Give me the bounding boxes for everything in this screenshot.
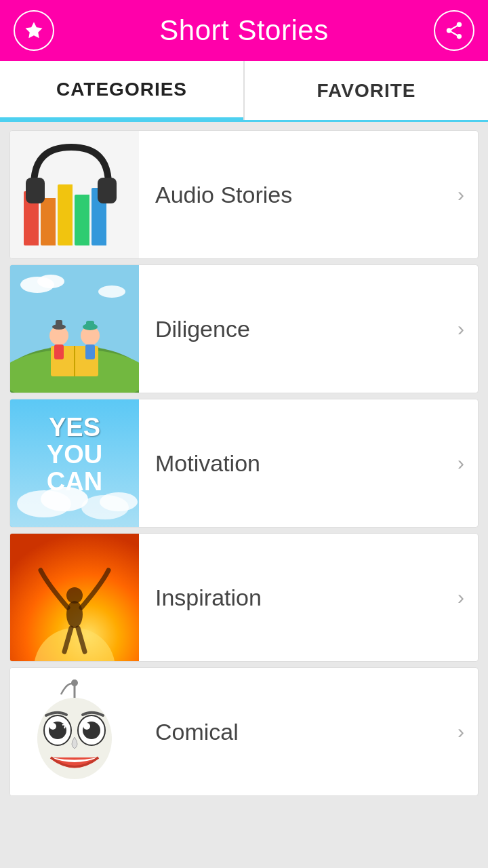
tab-categories[interactable]: CATEGORIES — [0, 61, 243, 120]
list-item[interactable]: Audio Stories › — [9, 130, 479, 259]
svg-rect-13 — [54, 344, 64, 359]
diligence-label: Diligence — [139, 316, 458, 342]
category-list: Audio Stories › — [0, 122, 488, 804]
audio-stories-thumbnail — [10, 130, 139, 259]
chevron-icon: › — [458, 586, 478, 609]
svg-point-36 — [49, 723, 56, 730]
motivation-thumbnail: YES YOU CAN — [10, 399, 139, 528]
header: Short Stories — [0, 0, 488, 61]
inspiration-label: Inspiration — [139, 585, 458, 611]
list-item[interactable]: Diligence › — [9, 264, 479, 393]
share-icon — [444, 20, 464, 41]
list-item[interactable]: Comical › — [9, 667, 479, 796]
svg-point-4 — [37, 275, 64, 288]
svg-point-28 — [66, 601, 83, 628]
page-title: Short Stories — [159, 14, 328, 47]
svg-point-5 — [98, 285, 125, 298]
share-button[interactable] — [434, 10, 474, 51]
tab-favorite[interactable]: FAVORITE — [245, 61, 488, 120]
motivation-label: Motivation — [139, 450, 458, 477]
svg-point-39 — [83, 723, 90, 730]
chevron-icon: › — [458, 183, 478, 206]
svg-text:CAN: CAN — [47, 467, 102, 496]
chevron-icon: › — [458, 452, 478, 475]
svg-rect-16 — [86, 321, 94, 328]
svg-text:YES: YES — [49, 413, 100, 441]
svg-point-29 — [66, 587, 83, 604]
headphones-icon — [20, 137, 122, 212]
star-icon — [24, 20, 44, 41]
comical-thumbnail — [10, 667, 139, 796]
motivation-illustration: YES YOU CAN — [10, 399, 139, 528]
svg-rect-12 — [56, 320, 62, 328]
list-item[interactable]: Inspiration › — [9, 533, 479, 662]
inspiration-illustration — [10, 533, 139, 662]
chevron-icon: › — [458, 317, 478, 340]
svg-rect-17 — [85, 344, 95, 359]
audio-stories-label: Audio Stories — [139, 182, 458, 208]
svg-rect-1 — [98, 178, 117, 203]
svg-text:YOU: YOU — [47, 440, 102, 469]
chevron-icon: › — [458, 720, 478, 743]
inspiration-thumbnail — [10, 533, 139, 662]
svg-rect-0 — [26, 178, 45, 203]
svg-point-22 — [100, 492, 138, 511]
comical-illustration — [20, 677, 129, 786]
list-item[interactable]: YES YOU CAN Motivation › — [9, 399, 479, 528]
diligence-thumbnail — [10, 264, 139, 393]
diligence-illustration — [10, 264, 139, 393]
tabs-bar: CATEGORIES FAVORITE — [0, 61, 488, 122]
favorite-button[interactable] — [14, 10, 54, 51]
comical-label: Comical — [139, 719, 458, 745]
